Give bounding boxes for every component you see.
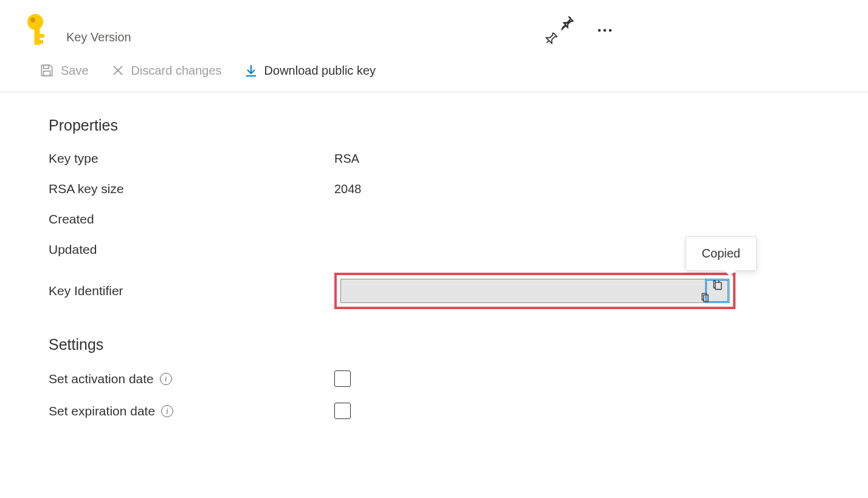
svg-rect-2 <box>35 27 40 45</box>
page-header: Key Version <box>0 0 868 53</box>
created-label: Created <box>49 212 334 227</box>
pin-icon[interactable] <box>559 15 575 46</box>
svg-rect-4 <box>40 40 43 44</box>
discard-button[interactable]: Discard changes <box>108 61 224 80</box>
toolbar: Save Discard changes Download public key <box>0 53 868 92</box>
copy-button[interactable] <box>706 280 728 302</box>
key-identifier-row: Key Identifier <box>49 265 832 318</box>
copy-icon <box>711 279 723 303</box>
key-type-row: Key type RSA <box>49 144 832 174</box>
svg-point-1 <box>30 18 35 22</box>
svg-point-6 <box>598 29 601 32</box>
download-label: Download public key <box>264 64 376 78</box>
svg-point-8 <box>609 29 612 32</box>
created-row: Created <box>49 205 832 235</box>
svg-rect-9 <box>44 65 49 68</box>
activation-date-row: Set activation date i <box>49 363 832 395</box>
expiration-date-checkbox[interactable] <box>334 403 351 419</box>
svg-point-7 <box>604 29 607 32</box>
rsa-size-label: RSA key size <box>49 182 334 196</box>
settings-heading: Settings <box>49 336 832 353</box>
key-type-label: Key type <box>49 151 334 166</box>
key-identifier-label: Key Identifier <box>49 284 334 298</box>
updated-label: Updated <box>49 242 334 257</box>
rsa-size-row: RSA key size 2048 <box>49 174 832 205</box>
svg-line-5 <box>546 41 549 43</box>
info-icon[interactable]: i <box>161 405 173 417</box>
key-identifier-input[interactable] <box>340 279 729 303</box>
key-identifier-highlight: Copied <box>334 273 735 309</box>
more-icon[interactable] <box>597 28 613 33</box>
svg-rect-3 <box>40 34 44 38</box>
activation-date-label: Set activation date <box>49 372 154 386</box>
discard-label: Discard changes <box>131 64 222 78</box>
copied-tooltip: Copied <box>686 236 757 271</box>
svg-rect-10 <box>44 71 50 76</box>
save-icon <box>39 63 55 78</box>
properties-heading: Properties <box>49 117 832 134</box>
close-icon <box>111 63 125 78</box>
svg-rect-15 <box>715 282 722 290</box>
rsa-size-value: 2048 <box>334 182 362 196</box>
activation-date-checkbox[interactable] <box>334 370 351 387</box>
tooltip-text: Copied <box>702 247 740 260</box>
page-subtitle: Key Version <box>66 30 131 44</box>
key-type-value: RSA <box>334 152 359 166</box>
save-button[interactable]: Save <box>36 60 91 81</box>
download-icon <box>244 63 258 78</box>
info-icon[interactable]: i <box>160 373 172 385</box>
save-label: Save <box>61 64 89 78</box>
expiration-date-label: Set expiration date <box>49 404 155 418</box>
download-public-key-button[interactable]: Download public key <box>241 61 378 80</box>
expiration-date-row: Set expiration date i <box>49 395 832 428</box>
key-icon <box>24 13 51 47</box>
